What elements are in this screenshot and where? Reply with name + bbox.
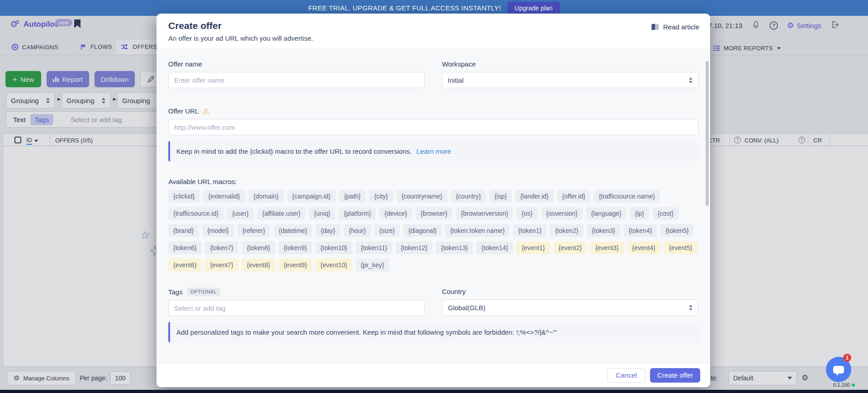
country-label: Country: [442, 288, 698, 295]
modal-scrollbar[interactable]: [706, 61, 709, 206]
macro-chip[interactable]: {osversion}: [541, 207, 583, 220]
warning-icon: ⚠: [203, 108, 209, 115]
macro-chip[interactable]: {token6}: [168, 241, 201, 254]
macro-chip[interactable]: {event1}: [517, 241, 550, 254]
macro-chip[interactable]: {city}: [369, 190, 393, 203]
create-offer-modal: Create offer An offer is your ad URL whi…: [157, 14, 710, 387]
tags-label: Tags: [168, 288, 183, 296]
macro-chip[interactable]: {diagonal}: [403, 224, 441, 237]
macro-chip[interactable]: {browserversion}: [456, 207, 513, 220]
macro-chip[interactable]: {uniq}: [309, 207, 335, 220]
macro-chip[interactable]: {cost}: [653, 207, 678, 220]
macro-chip[interactable]: {day}: [316, 224, 340, 237]
macro-chip[interactable]: {brand}: [168, 224, 199, 237]
modal-body: Offer name Workspace Initial Offer URL ⚠: [157, 48, 710, 363]
macro-chip[interactable]: {campaign.id}: [287, 190, 336, 203]
book-icon: [651, 24, 659, 31]
offer-name-label: Offer name: [168, 60, 425, 68]
macro-chip[interactable]: {language}: [586, 207, 626, 220]
macro-chip[interactable]: {browser}: [416, 207, 452, 220]
macro-chip[interactable]: {countryname}: [397, 190, 447, 203]
tags-input[interactable]: [168, 300, 425, 316]
macro-chip[interactable]: {token4}: [624, 224, 657, 237]
macro-chip[interactable]: {token:token name}: [445, 224, 510, 237]
macros-label: Available URL macros:: [168, 178, 698, 185]
country-select-value: Global(GLB): [448, 304, 485, 312]
version-info: 0.1.150: [833, 382, 855, 388]
create-offer-button[interactable]: Create offer: [650, 368, 700, 383]
macro-chip[interactable]: {path}: [339, 190, 366, 203]
chat-bubble-icon: [833, 366, 844, 374]
offer-url-input[interactable]: [168, 119, 698, 135]
macro-chip[interactable]: {externalid}: [203, 190, 245, 203]
macro-chip[interactable]: {token14}: [476, 241, 513, 254]
read-article-label: Read article: [663, 23, 699, 31]
macro-chip[interactable]: {datetime}: [274, 224, 312, 237]
offer-url-label-row: Offer URL ⚠: [168, 107, 698, 115]
modal-title: Create offer: [168, 20, 698, 31]
workspace-select-value: Initial: [448, 76, 464, 84]
cancel-button[interactable]: Cancel: [607, 368, 645, 383]
macro-chip[interactable]: {domain}: [249, 190, 284, 203]
macro-chip[interactable]: {token2}: [550, 224, 583, 237]
learn-more-link[interactable]: Learn more: [416, 147, 451, 155]
modal-header: Create offer An offer is your ad URL whi…: [157, 14, 710, 48]
macro-chip[interactable]: {event6}: [168, 259, 201, 271]
macro-chip[interactable]: {token13}: [436, 241, 473, 254]
macro-chip[interactable]: {pr_key}: [356, 259, 389, 271]
macro-chip[interactable]: {offer.id}: [557, 190, 590, 203]
macro-chip[interactable]: {hour}: [344, 224, 370, 237]
macro-chip[interactable]: {isp}: [489, 190, 512, 203]
modal-subtitle: An offer is your ad URL which you will a…: [168, 34, 698, 42]
macro-chip[interactable]: {token3}: [587, 224, 620, 237]
updown-caret-icon: [689, 305, 693, 311]
macro-chip[interactable]: {event10}: [316, 259, 352, 271]
macro-list: {clickid}{externalid}{domain}{campaign.i…: [168, 190, 698, 271]
tags-note: Add personalized tags to make your searc…: [168, 322, 698, 342]
offer-url-label: Offer URL: [168, 107, 199, 115]
macro-chip[interactable]: {os}: [517, 207, 537, 220]
country-select[interactable]: Global(GLB): [442, 299, 698, 316]
macro-chip[interactable]: {event7}: [205, 259, 238, 271]
macro-chip[interactable]: {token12}: [396, 241, 432, 254]
macro-chip[interactable]: {country}: [451, 190, 486, 203]
clickid-note: Keep in mind to add the {clickid} macro …: [168, 141, 698, 161]
macro-chip[interactable]: {token1}: [513, 224, 546, 237]
macro-chip[interactable]: {token7}: [205, 241, 238, 254]
modal-footer: Cancel Create offer: [157, 363, 710, 387]
workspace-label: Workspace: [442, 60, 698, 68]
macro-chip[interactable]: {clickid}: [168, 190, 199, 203]
macro-chip[interactable]: {ip}: [630, 207, 649, 220]
macro-chip[interactable]: {trafficsource.id}: [168, 207, 223, 220]
macro-chip[interactable]: {event8}: [242, 259, 275, 271]
tags-label-row: Tags OPTIONAL: [168, 288, 425, 296]
version-label: 0.1.150: [833, 382, 850, 388]
macro-chip[interactable]: {event5}: [664, 241, 697, 254]
macro-chip[interactable]: {event3}: [590, 241, 623, 254]
tags-note-text: Add personalized tags to make your searc…: [176, 328, 557, 336]
workspace-select[interactable]: Initial: [442, 72, 698, 88]
macro-chip[interactable]: {affiliate.user}: [257, 207, 306, 220]
macro-chip[interactable]: {device}: [379, 207, 412, 220]
offer-name-input[interactable]: [168, 72, 425, 88]
macro-chip[interactable]: {user}: [227, 207, 254, 220]
macro-chip[interactable]: {trafficsource.name}: [594, 190, 660, 203]
read-article-link[interactable]: Read article: [651, 23, 699, 31]
macro-chip[interactable]: {referer}: [237, 224, 270, 237]
macro-chip[interactable]: {token8}: [242, 241, 275, 254]
macro-chip[interactable]: {event9}: [279, 259, 312, 271]
macro-chip[interactable]: {lander.id}: [515, 190, 553, 203]
trial-banner-text: FREE TRIAL. UPGRADE & GET FULL ACCESS IN…: [308, 4, 501, 12]
status-dot: [852, 384, 855, 387]
macro-chip[interactable]: {model}: [202, 224, 233, 237]
clickid-note-text: Keep in mind to add the {clickid} macro …: [176, 147, 412, 155]
macro-chip[interactable]: {token9}: [279, 241, 312, 254]
macro-chip[interactable]: {platform}: [339, 207, 376, 220]
macro-chip[interactable]: {token5}: [660, 224, 693, 237]
macro-chip[interactable]: {size}: [375, 224, 400, 237]
macro-chip[interactable]: {event2}: [554, 241, 587, 254]
macro-chip[interactable]: {event4}: [627, 241, 660, 254]
macro-chip[interactable]: {token11}: [356, 241, 392, 254]
macro-chip[interactable]: {token10}: [316, 241, 352, 254]
upgrade-plan-button[interactable]: Upgrade plan: [508, 2, 560, 14]
